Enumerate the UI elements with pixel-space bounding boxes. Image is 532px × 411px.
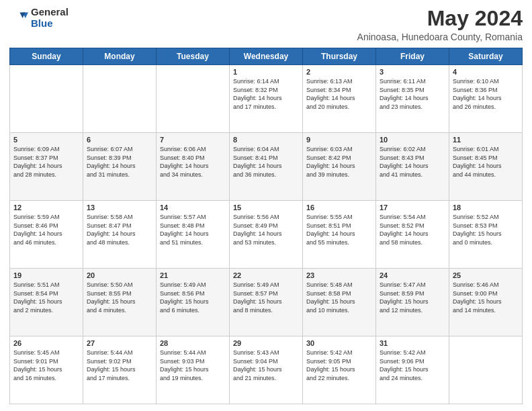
- day-info-line: Sunrise: 5:50 AM: [87, 281, 152, 289]
- calendar-cell-w3-d2: 13Sunrise: 5:58 AMSunset: 8:47 PMDayligh…: [83, 201, 157, 269]
- day-info-line: and 22 minutes.: [306, 374, 372, 383]
- day-info-line: and 17 minutes.: [233, 103, 299, 111]
- day-info-line: and 41 minutes.: [380, 171, 445, 179]
- day-info-line: Daylight: 15 hours: [453, 298, 519, 306]
- day-info-line: Daylight: 14 hours: [306, 94, 372, 103]
- day-info-line: Daylight: 15 hours: [13, 298, 79, 306]
- day-info-line: Daylight: 15 hours: [233, 365, 299, 374]
- day-info-line: Sunrise: 5:55 AM: [306, 213, 372, 222]
- day-info-line: Daylight: 15 hours: [160, 365, 226, 374]
- day-number: 17: [380, 203, 445, 212]
- logo: General Blue: [9, 7, 69, 29]
- day-number: 24: [380, 271, 445, 279]
- day-info-line: Sunrise: 5:51 AM: [13, 281, 79, 289]
- day-info-line: Daylight: 14 hours: [13, 162, 79, 171]
- day-info-line: Sunset: 8:53 PM: [453, 222, 519, 230]
- day-number: 22: [233, 271, 299, 279]
- day-number: 13: [87, 203, 152, 212]
- calendar-cell-w2-d5: 9Sunrise: 6:03 AMSunset: 8:42 PMDaylight…: [303, 133, 376, 201]
- day-info-line: and 16 minutes.: [13, 374, 79, 383]
- day-info-line: Daylight: 14 hours: [233, 94, 299, 103]
- day-number: 16: [306, 203, 372, 212]
- calendar-cell-w4-d3: 21Sunrise: 5:49 AMSunset: 8:56 PMDayligh…: [157, 269, 230, 336]
- day-info-line: and 44 minutes.: [453, 171, 519, 179]
- calendar-table: Sunday Monday Tuesday Wednesday Thursday…: [9, 48, 523, 404]
- day-info-line: Sunset: 8:37 PM: [13, 154, 79, 163]
- col-saturday: Saturday: [449, 48, 523, 65]
- day-info-line: Daylight: 14 hours: [13, 230, 79, 238]
- day-info-line: and 4 minutes.: [87, 306, 152, 315]
- day-info-line: Sunrise: 6:06 AM: [160, 145, 226, 154]
- col-friday: Friday: [376, 48, 449, 65]
- col-wednesday: Wednesday: [230, 48, 303, 65]
- day-number: 23: [306, 271, 372, 279]
- calendar-cell-w3-d6: 17Sunrise: 5:54 AMSunset: 8:52 PMDayligh…: [376, 201, 449, 269]
- calendar-cell-w5-d4: 29Sunrise: 5:43 AMSunset: 9:04 PMDayligh…: [230, 336, 303, 404]
- day-info-line: Daylight: 14 hours: [160, 162, 226, 171]
- day-info-line: Daylight: 14 hours: [87, 230, 152, 238]
- day-number: 10: [380, 136, 445, 144]
- day-number: 2: [306, 68, 372, 76]
- day-info-line: Sunrise: 5:42 AM: [306, 349, 372, 357]
- day-info-line: and 48 minutes.: [87, 238, 152, 247]
- day-info-line: Sunset: 8:35 PM: [380, 86, 445, 95]
- day-info-line: and 10 minutes.: [306, 306, 372, 315]
- calendar-cell-w2-d2: 6Sunrise: 6:07 AMSunset: 8:39 PMDaylight…: [83, 133, 157, 201]
- day-info-line: and 24 minutes.: [380, 374, 445, 383]
- day-info-line: Sunrise: 6:02 AM: [380, 145, 445, 154]
- day-number: 11: [453, 136, 519, 144]
- day-info-line: and 36 minutes.: [233, 171, 299, 179]
- day-info-line: and 55 minutes.: [306, 238, 372, 247]
- day-info-line: and 21 minutes.: [233, 374, 299, 383]
- calendar-cell-w2-d6: 10Sunrise: 6:02 AMSunset: 8:43 PMDayligh…: [376, 133, 449, 201]
- day-number: 19: [13, 271, 79, 279]
- day-info-line: Sunset: 8:43 PM: [380, 154, 445, 163]
- calendar-cell-w5-d5: 30Sunrise: 5:42 AMSunset: 9:05 PMDayligh…: [303, 336, 376, 404]
- day-info-line: and 51 minutes.: [160, 238, 226, 247]
- day-info-line: and 0 minutes.: [453, 238, 519, 247]
- day-info-line: Sunset: 8:48 PM: [160, 222, 226, 230]
- day-info-line: Sunset: 8:57 PM: [233, 289, 299, 298]
- day-info-line: Sunrise: 5:59 AM: [13, 213, 79, 222]
- calendar-cell-w1-d1: [10, 65, 83, 133]
- day-info-line: Sunset: 8:56 PM: [160, 289, 226, 298]
- calendar-cell-w1-d5: 2Sunrise: 6:13 AMSunset: 8:34 PMDaylight…: [303, 65, 376, 133]
- day-info-line: Daylight: 14 hours: [453, 94, 519, 103]
- day-number: 15: [233, 203, 299, 212]
- day-number: 8: [233, 136, 299, 144]
- calendar-cell-w4-d5: 23Sunrise: 5:48 AMSunset: 8:58 PMDayligh…: [303, 269, 376, 336]
- calendar-cell-w5-d1: 26Sunrise: 5:45 AMSunset: 9:01 PMDayligh…: [10, 336, 83, 404]
- calendar-cell-w3-d7: 18Sunrise: 5:52 AMSunset: 8:53 PMDayligh…: [449, 201, 523, 269]
- calendar-cell-w2-d7: 11Sunrise: 6:01 AMSunset: 8:45 PMDayligh…: [449, 133, 523, 201]
- day-info-line: Sunrise: 6:04 AM: [233, 145, 299, 154]
- day-info-line: and 8 minutes.: [233, 306, 299, 315]
- calendar-cell-w1-d6: 3Sunrise: 6:11 AMSunset: 8:35 PMDaylight…: [376, 65, 449, 133]
- calendar-cell-w4-d4: 22Sunrise: 5:49 AMSunset: 8:57 PMDayligh…: [230, 269, 303, 336]
- day-info-line: Sunset: 8:47 PM: [87, 222, 152, 230]
- day-info-line: Sunset: 8:45 PM: [453, 154, 519, 163]
- calendar-cell-w1-d2: [83, 65, 157, 133]
- main-title: May 2024: [357, 7, 523, 30]
- day-info-line: Sunrise: 5:54 AM: [380, 213, 445, 222]
- day-number: 6: [87, 136, 152, 144]
- day-info-line: Sunset: 8:40 PM: [160, 154, 226, 163]
- day-info-line: Sunrise: 5:44 AM: [87, 349, 152, 357]
- day-info-line: Daylight: 15 hours: [306, 365, 372, 374]
- page: General Blue May 2024 Aninoasa, Hunedoar…: [0, 0, 532, 411]
- day-info-line: Sunset: 8:46 PM: [13, 222, 79, 230]
- day-number: 18: [453, 203, 519, 212]
- logo-general: General: [31, 7, 69, 18]
- col-thursday: Thursday: [303, 48, 376, 65]
- day-number: 31: [380, 339, 445, 347]
- calendar-week-4: 19Sunrise: 5:51 AMSunset: 8:54 PMDayligh…: [10, 269, 523, 336]
- day-info-line: Sunset: 8:51 PM: [306, 222, 372, 230]
- day-info-line: Sunset: 9:04 PM: [233, 357, 299, 366]
- day-info-line: and 31 minutes.: [87, 171, 152, 179]
- day-number: 1: [233, 68, 299, 76]
- day-info-line: Sunrise: 6:09 AM: [13, 145, 79, 154]
- day-info-line: Sunrise: 5:43 AM: [233, 349, 299, 357]
- calendar-week-1: 1Sunrise: 6:14 AMSunset: 8:32 PMDaylight…: [10, 65, 523, 133]
- day-info-line: Sunrise: 5:44 AM: [160, 349, 226, 357]
- day-info-line: and 17 minutes.: [87, 374, 152, 383]
- day-info-line: Daylight: 14 hours: [453, 162, 519, 171]
